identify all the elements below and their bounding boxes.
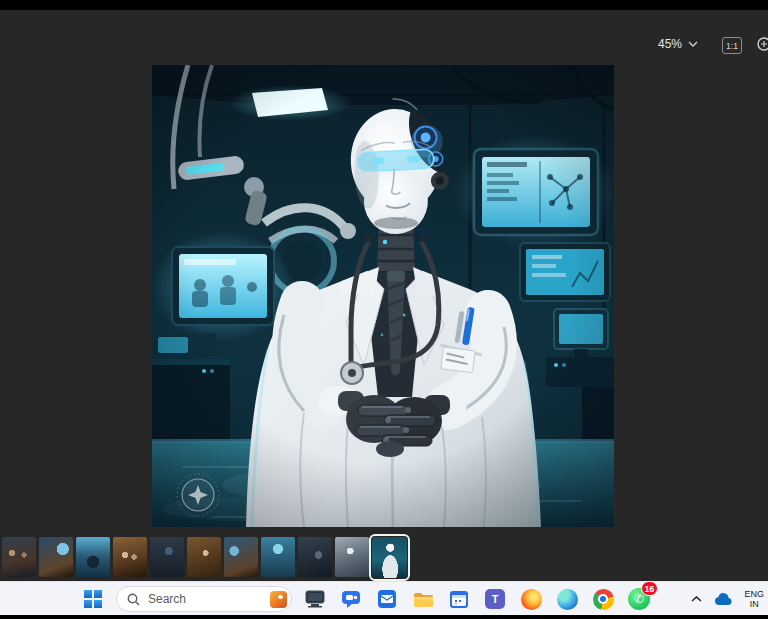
onedrive-icon[interactable]	[713, 592, 733, 606]
filmstrip-thumbnail[interactable]	[261, 537, 295, 577]
filmstrip-thumbnail[interactable]	[224, 537, 258, 577]
teams-icon: T	[485, 589, 505, 609]
file-explorer-icon	[413, 591, 433, 608]
start-button[interactable]	[80, 586, 106, 612]
windows-logo-icon	[84, 590, 102, 608]
filmstrip-thumbnail[interactable]	[2, 537, 36, 577]
filmstrip-thumbnail-selected[interactable]	[372, 537, 407, 578]
outlook-icon	[377, 589, 397, 609]
filmstrip-thumbnail[interactable]	[335, 537, 369, 577]
zoom-level-value: 45%	[658, 37, 682, 51]
robot-doctor-illustration	[152, 65, 614, 527]
photo-canvas[interactable]	[152, 65, 614, 527]
filmstrip	[2, 535, 407, 579]
taskbar-app-chrome[interactable]	[590, 586, 616, 612]
language-line2: IN	[744, 599, 764, 609]
search-placeholder: Search	[148, 592, 186, 606]
search-input[interactable]: Search	[116, 586, 292, 612]
calendar-icon	[449, 589, 469, 609]
vignette	[152, 65, 614, 527]
notification-badge: 16	[641, 581, 658, 596]
taskbar-app-firefox[interactable]	[518, 586, 544, 612]
taskbar-app-edge[interactable]	[554, 586, 580, 612]
chrome-icon	[593, 589, 614, 610]
zoom-in-icon[interactable]	[756, 36, 768, 54]
pc-monitor-icon	[304, 590, 326, 608]
filmstrip-thumbnail[interactable]	[113, 537, 147, 577]
tray-chevron-up-icon[interactable]	[691, 596, 702, 602]
system-tray: ENG IN	[691, 582, 764, 616]
filmstrip-thumbnail[interactable]	[187, 537, 221, 577]
taskbar-app-file-explorer[interactable]	[410, 586, 436, 612]
taskbar-app-outlook[interactable]	[374, 586, 400, 612]
chat-icon	[341, 589, 361, 609]
taskbar-app-calendar[interactable]	[446, 586, 472, 612]
filmstrip-thumbnail[interactable]	[150, 537, 184, 577]
taskbar-app-teams[interactable]: T	[482, 586, 508, 612]
phone-glyph: ✆	[634, 593, 644, 605]
filmstrip-thumbnail[interactable]	[39, 537, 73, 577]
zoom-level-control[interactable]: 45%	[658, 37, 698, 51]
screen-bottom-edge	[0, 615, 768, 619]
chevron-down-icon[interactable]	[688, 41, 698, 47]
taskbar-app-whatsapp[interactable]: ✆ 16	[626, 586, 652, 612]
filmstrip-thumbnail[interactable]	[76, 537, 110, 577]
firefox-icon	[521, 589, 542, 610]
edge-icon	[557, 589, 578, 610]
taskbar: Search	[0, 581, 768, 616]
taskbar-app-chat[interactable]	[338, 586, 364, 612]
taskbar-app-pc[interactable]	[302, 586, 328, 612]
search-icon	[127, 593, 140, 606]
language-indicator[interactable]: ENG IN	[744, 589, 764, 610]
search-highlight-icon[interactable]	[270, 591, 287, 608]
actual-size-button[interactable]: 1:1	[722, 37, 742, 54]
filmstrip-thumbnail[interactable]	[298, 537, 332, 577]
language-line1: ENG	[744, 589, 764, 599]
window-title-bar	[0, 0, 768, 10]
actual-size-label: 1:1	[726, 41, 738, 51]
